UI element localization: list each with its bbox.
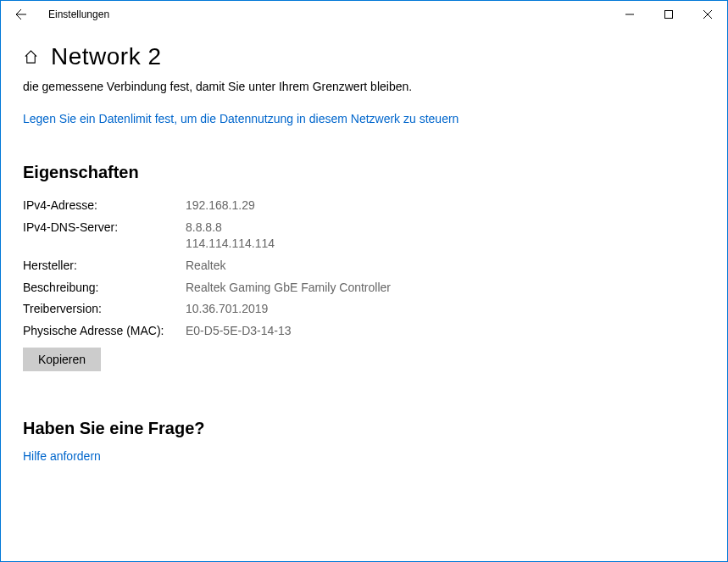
maximize-button[interactable]	[649, 1, 688, 28]
minimize-button[interactable]	[610, 1, 649, 28]
page-header: Network 2	[23, 43, 705, 70]
property-value: 10.36.701.2019	[186, 301, 391, 323]
property-label: IPv4-DNS-Server:	[23, 220, 186, 258]
get-help-link[interactable]: Hilfe anfordern	[23, 448, 493, 465]
close-icon	[703, 10, 712, 19]
property-row: Beschreibung: Realtek Gaming GbE Family …	[23, 280, 391, 302]
property-value: 192.168.1.29	[186, 198, 391, 220]
property-row: IPv4-Adresse: 192.168.1.29	[23, 198, 391, 220]
back-button[interactable]	[8, 1, 35, 28]
svg-rect-0	[665, 11, 673, 19]
arrow-left-icon	[14, 8, 28, 21]
property-row: Physische Adresse (MAC): E0-D5-5E-D3-14-…	[23, 323, 391, 345]
close-button[interactable]	[688, 1, 727, 28]
properties-table: IPv4-Adresse: 192.168.1.29 IPv4-DNS-Serv…	[23, 198, 391, 344]
home-icon[interactable]	[23, 49, 39, 65]
copy-button[interactable]: Kopieren	[23, 348, 101, 371]
metered-description: die gemessene Verbindung fest, damit Sie…	[23, 79, 493, 96]
property-label: IPv4-Adresse:	[23, 198, 186, 220]
property-value: 8.8.8.8 114.114.114.114	[186, 220, 391, 258]
properties-heading: Eigenschaften	[23, 163, 705, 182]
titlebar: Einstellungen	[1, 1, 727, 28]
page-title: Network 2	[51, 43, 162, 70]
property-label: Hersteller:	[23, 258, 186, 280]
maximize-icon	[664, 10, 673, 19]
property-value: Realtek	[186, 258, 391, 280]
property-label: Physische Adresse (MAC):	[23, 323, 186, 345]
property-row: Treiberversion: 10.36.701.2019	[23, 301, 391, 323]
property-value: Realtek Gaming GbE Family Controller	[186, 280, 391, 302]
property-value: E0-D5-5E-D3-14-13	[186, 323, 391, 345]
property-label: Beschreibung:	[23, 280, 186, 302]
property-row: Hersteller: Realtek	[23, 258, 391, 280]
window-controls	[610, 1, 727, 28]
window-title: Einstellungen	[48, 8, 109, 20]
content-area: Network 2 die gemessene Verbindung fest,…	[1, 28, 727, 465]
property-label: Treiberversion:	[23, 301, 186, 323]
property-row: IPv4-DNS-Server: 8.8.8.8 114.114.114.114	[23, 220, 391, 258]
data-limit-link[interactable]: Legen Sie ein Datenlimit fest, um die Da…	[23, 111, 493, 128]
help-heading: Haben Sie eine Frage?	[23, 419, 705, 438]
minimize-icon	[625, 10, 634, 19]
